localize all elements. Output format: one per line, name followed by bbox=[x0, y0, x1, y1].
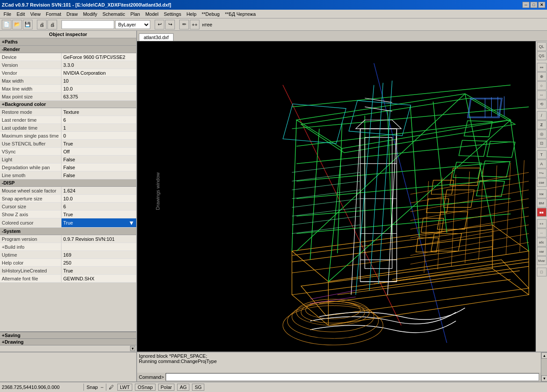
prop-colored-cursor: Colored cursor True ▼ bbox=[0, 218, 136, 228]
scroll-indicator: ▼ bbox=[0, 345, 136, 352]
rt-circle[interactable]: ○ bbox=[537, 81, 547, 90]
prop-snap-aperture: Snap aperture size 10.0 bbox=[0, 195, 136, 203]
colored-cursor-dropdown-icon[interactable]: ▼ bbox=[128, 219, 134, 226]
title-bar: ZCad v0.9.7 Revision SVN:101 - [E:\olde\… bbox=[0, 0, 547, 10]
section-background-color[interactable]: +Background color bbox=[0, 101, 136, 108]
menu-item-help[interactable]: Help bbox=[184, 11, 199, 18]
polar-button[interactable]: Polar bbox=[158, 384, 175, 391]
coordinates: 2368.725,54410.906,0.000 bbox=[2, 385, 81, 390]
save-button[interactable]: 💾 bbox=[23, 20, 33, 29]
section-disp[interactable]: -DISP bbox=[0, 179, 136, 187]
rt-target[interactable]: ◎ bbox=[537, 130, 547, 138]
command-line-2: Running command:ChangeProjType bbox=[139, 359, 539, 364]
canvas-area[interactable] bbox=[137, 41, 547, 352]
rt-layers[interactable]: ≡≡ bbox=[537, 63, 547, 72]
rt-plus-plus2[interactable]: ++ bbox=[537, 219, 547, 228]
prop-max-single: Maximum single pass time 0 bbox=[0, 132, 136, 140]
scroll-track[interactable] bbox=[541, 359, 547, 375]
scroll-up-btn[interactable]: ▲ bbox=[541, 352, 547, 359]
open-button[interactable]: 📂 bbox=[12, 20, 22, 29]
new-button[interactable]: 📄 bbox=[2, 20, 11, 29]
scroll-down-arrow[interactable]: ▼ bbox=[130, 346, 135, 351]
undo-button[interactable]: ↩ bbox=[155, 20, 164, 29]
close-button[interactable]: ✕ bbox=[538, 2, 545, 8]
rt-ql[interactable]: QL bbox=[537, 42, 547, 51]
snap-dots: ··· bbox=[101, 385, 103, 390]
menu-item-------------[interactable]: **БД Чертежа bbox=[222, 11, 258, 18]
redo-button[interactable]: ↪ bbox=[165, 20, 175, 29]
section-paths[interactable]: +Paths bbox=[0, 38, 136, 46]
menu-item-draw[interactable]: Draw bbox=[64, 11, 80, 18]
rt-attr[interactable]: A bbox=[537, 160, 547, 168]
inspector-scroll[interactable]: +Paths -Render Device GeForce 9600 GT/PC… bbox=[0, 38, 136, 331]
rt-move[interactable]: ↔ bbox=[537, 91, 547, 99]
rt-text[interactable]: T bbox=[537, 150, 547, 159]
rt-abc[interactable]: aбc bbox=[537, 238, 547, 247]
section-saving[interactable]: +Saving bbox=[0, 332, 136, 339]
menu-item-file[interactable]: File bbox=[1, 11, 14, 18]
osnap-button[interactable]: OSnap bbox=[135, 384, 155, 391]
rt-plus-plus[interactable]: **+ bbox=[537, 169, 547, 178]
rt-z-btn[interactable]: Z bbox=[537, 120, 547, 129]
print-button[interactable]: 🖨 bbox=[37, 20, 47, 29]
rt-qs[interactable]: QS bbox=[537, 51, 547, 60]
prop-degradation: Degradation while pan False bbox=[0, 163, 136, 171]
title-text: ZCad v0.9.7 Revision SVN:101 - [E:\olde\… bbox=[2, 2, 171, 7]
layer-input[interactable]: 0 bbox=[62, 20, 114, 29]
rt-red-square[interactable]: ■■ bbox=[537, 208, 547, 217]
rt-grid[interactable]: ⊡ bbox=[537, 139, 547, 148]
prop-restore-mode: Restore mode Texture bbox=[0, 108, 136, 116]
lwt-button[interactable]: LWT bbox=[117, 384, 132, 391]
print2-button[interactable]: 🖨 bbox=[47, 20, 57, 29]
rt-rotate[interactable]: ⟲ bbox=[537, 100, 547, 109]
drawing-svg bbox=[137, 41, 547, 352]
menu-item-modify[interactable]: Modify bbox=[80, 11, 100, 18]
menu-item-plan[interactable]: Plan bbox=[128, 11, 143, 18]
rt-mvar[interactable]: Mvar bbox=[537, 256, 547, 265]
rt-zoom[interactable]: ⊕ bbox=[537, 72, 547, 81]
maximize-button[interactable]: □ bbox=[530, 2, 537, 8]
prop-version: Version 3.3.0 bbox=[0, 61, 136, 69]
menu-item-edit[interactable]: Edit bbox=[14, 11, 28, 18]
rt-end[interactable]: □ bbox=[537, 268, 547, 276]
scroll-down-btn[interactable]: ▼ bbox=[541, 375, 547, 381]
prop-cursor-size: Cursor size 6 bbox=[0, 203, 136, 211]
menu-item---debug[interactable]: **Debug bbox=[199, 11, 222, 18]
section-system[interactable]: -System bbox=[0, 228, 136, 235]
snap-label: Snap bbox=[87, 385, 98, 390]
rt-var[interactable]: var bbox=[537, 247, 547, 256]
ag-button[interactable]: AG bbox=[177, 384, 189, 391]
status-bar: 2368.725,54410.906,0.000 Snap ··· 🖊 LWT … bbox=[0, 381, 547, 392]
rt-iok[interactable]: ioк bbox=[537, 189, 547, 198]
command-input[interactable] bbox=[166, 373, 539, 381]
menu-item-settings[interactable]: Settings bbox=[161, 11, 184, 18]
menu-item-format[interactable]: Format bbox=[43, 11, 64, 18]
menu-item-schematic[interactable]: Schematic bbox=[100, 11, 127, 18]
rt-dots[interactable]: ··· bbox=[537, 229, 547, 237]
minimize-button[interactable]: ─ bbox=[522, 2, 529, 8]
layer-dropdown[interactable]: ByLayer bbox=[115, 20, 150, 29]
rt-bm[interactable]: BM bbox=[537, 199, 547, 207]
right-toolbar: QL QS ≡≡ ⊕ ○ ↔ ⟲ / Z ◎ ⊡ T A **+ сse ioк… bbox=[536, 41, 547, 352]
sep1 bbox=[83, 384, 84, 391]
sg-button[interactable]: SG bbox=[192, 384, 204, 391]
menu-item-model[interactable]: Model bbox=[143, 11, 161, 18]
rt-cse[interactable]: сse bbox=[537, 178, 547, 187]
tb-pencil[interactable]: ✏ bbox=[179, 20, 189, 29]
prop-alt-font: Alternate font file GEWIND.SHX bbox=[0, 275, 136, 283]
prop-uptime: Uptime 169 bbox=[0, 251, 136, 259]
left-bottom-panel bbox=[0, 352, 137, 381]
tb-plus-plus[interactable]: ++ bbox=[190, 20, 199, 29]
rt-line[interactable]: / bbox=[537, 111, 547, 120]
menu-bar: FileEditViewFormatDrawModifySchematicPla… bbox=[0, 10, 547, 18]
section-drawing-props[interactable]: +Drawing bbox=[0, 339, 136, 345]
object-inspector-panel: Object inspector +Paths -Render Device G… bbox=[0, 31, 137, 352]
drawing-area: Drawings window atlant3d.dxf bbox=[137, 31, 547, 352]
section-render[interactable]: -Render bbox=[0, 46, 136, 53]
drawing-tab-atlant[interactable]: atlant3d.dxf bbox=[139, 33, 174, 41]
cmd-scrollbar: ▲ ▼ bbox=[541, 352, 547, 381]
command-input-row: Command> bbox=[137, 373, 541, 381]
command-prompt: Command> bbox=[139, 374, 164, 380]
menu-item-view[interactable]: View bbox=[28, 11, 43, 18]
prop-max-point-size: Max point size 63.375 bbox=[0, 93, 136, 101]
